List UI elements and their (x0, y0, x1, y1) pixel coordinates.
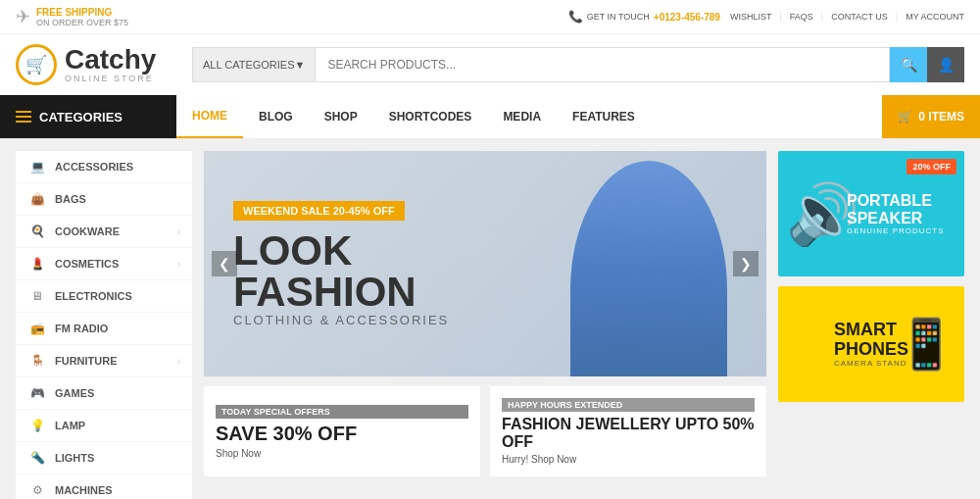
sidebar-label: MACHINES (55, 484, 180, 496)
promo-link-1[interactable]: Shop Now (216, 448, 468, 459)
sidebar-label: COOKWARE (55, 225, 177, 237)
cart-logo-icon: 🛒 (25, 54, 47, 75)
faqs-link[interactable]: FAQS (790, 12, 813, 22)
cart-icon: 🛒 (898, 110, 912, 124)
sidebar-label: FURNITURE (55, 355, 177, 367)
sidebar: 💻 ACCESSORIES 👜 BAGS 🍳 COOKWARE › 💄 COSM… (16, 151, 192, 499)
sidebar-label: BAGS (55, 193, 180, 205)
arrow-icon: › (177, 259, 180, 270)
logo-search-bar: 🛒 Catchy ONLINE STORE ALL CATEGORIES▼ 🔍 … (0, 34, 980, 95)
sidebar-label: COSMETICS (55, 258, 177, 270)
promo-banners: TODAY SPECIAL OFFERS SAVE 30% OFF Shop N… (204, 386, 766, 476)
bags-icon: 👜 (27, 191, 47, 207)
top-right: 📞 GET IN TOUCH +0123-456-789 WISHLIST | … (568, 10, 964, 24)
phone-banner-title: Smart PHONES (834, 321, 908, 360)
sidebar-item-bags[interactable]: 👜 BAGS (16, 183, 192, 216)
machines-icon: ⚙ (27, 482, 47, 498)
top-bar: ✈ FREE SHIPPING ON ORDER OVER $75 📞 GET … (0, 0, 980, 34)
sidebar-label: FM RADIO (55, 323, 180, 334)
nav-home[interactable]: HOME (176, 95, 243, 138)
sidebar-item-accessories[interactable]: 💻 ACCESSORIES (16, 151, 192, 183)
contact-link[interactable]: CONTACT US (831, 12, 888, 22)
slider-title-line1: LOOK (233, 227, 352, 274)
speaker-badge: 20% OFF (906, 159, 956, 175)
slider-subtitle: CLOTHING & ACCESSORIES (233, 313, 449, 327)
promo-title-1: SAVE 30% OFF (216, 423, 468, 444)
sidebar-label: ELECTRONICS (55, 290, 180, 302)
contact-info: 📞 GET IN TOUCH +0123-456-789 (568, 10, 720, 24)
center-column: WEEKEND SALE 20-45% OFF LOOK FASHION CLO… (204, 151, 766, 499)
sidebar-item-lights[interactable]: 🔦 LIGHTS (16, 442, 192, 474)
categories-button[interactable]: CATEGORIES (0, 95, 176, 138)
plane-icon: ✈ (16, 6, 30, 27)
sidebar-item-electronics[interactable]: 🖥 ELECTRONICS (16, 280, 192, 313)
account-link[interactable]: MY ACCOUNT (906, 12, 964, 22)
slider-prev-button[interactable]: ❮ (212, 251, 237, 276)
sidebar-item-fm-radio[interactable]: 📻 FM RADIO (16, 313, 192, 345)
user-button[interactable]: 👤 (927, 47, 964, 82)
shipping-info: ✈ FREE SHIPPING ON ORDER OVER $75 (16, 6, 128, 27)
promo-card-1: TODAY SPECIAL OFFERS SAVE 30% OFF Shop N… (204, 386, 480, 476)
sidebar-label: LAMP (55, 420, 180, 431)
nav-shop[interactable]: SHOP (309, 96, 373, 137)
logo-sub: ONLINE STORE (65, 74, 156, 83)
search-bar: ALL CATEGORIES▼ 🔍 👤 (192, 47, 964, 82)
nav-media[interactable]: MEDIA (487, 96, 557, 137)
sidebar-item-games[interactable]: 🎮 GAMES (16, 377, 192, 410)
sidebar-item-lamp[interactable]: 💡 LAMP (16, 410, 192, 442)
slider-title-line2: FASHION (233, 269, 416, 315)
sidebar-item-cosmetics[interactable]: 💄 COSMETICS › (16, 248, 192, 280)
phone-icon: 📞 (568, 10, 583, 24)
sidebar-item-furniture[interactable]: 🪑 FURNITURE › (16, 345, 192, 377)
accessories-icon: 💻 (27, 159, 47, 175)
nav-blog[interactable]: BLOG (243, 96, 309, 137)
slider-tag: WEEKEND SALE 20-45% OFF (233, 201, 405, 221)
slider-next-button[interactable]: ❯ (733, 251, 759, 276)
categories-label: CATEGORIES (39, 110, 122, 125)
phone-banner-sub: CAMERA STAND (834, 359, 908, 368)
cookware-icon: 🍳 (27, 224, 47, 239)
search-input[interactable] (315, 47, 890, 82)
main-content: 💻 ACCESSORIES 👜 BAGS 🍳 COOKWARE › 💄 COSM… (0, 139, 980, 499)
promo-link-2[interactable]: Hurry! Shop Now (502, 454, 755, 465)
contact-phone: +0123-456-789 (654, 12, 720, 23)
sidebar-label: LIGHTS (55, 452, 180, 464)
furniture-icon: 🪑 (27, 353, 47, 369)
top-links: WISHLIST | FAQS | CONTACT US | MY ACCOUN… (730, 12, 964, 22)
lamp-icon: 💡 (27, 418, 47, 433)
banner-speaker: 20% OFF 🔊 PORTABLE SPEAKER GENUINE PRODU… (778, 151, 964, 276)
logo: 🛒 Catchy ONLINE STORE (16, 44, 172, 85)
sidebar-label: GAMES (55, 387, 180, 399)
speaker-banner-title: PORTABLE SPEAKER (847, 192, 955, 226)
games-icon: 🎮 (27, 385, 47, 401)
hamburger-icon (16, 111, 31, 123)
sidebar-label: ACCESSORIES (55, 161, 180, 173)
promo-tag-2: HAPPY HOURS EXTENDED (502, 398, 755, 412)
logo-icon: 🛒 (16, 44, 57, 85)
promo-title-2: FASHION JEWELLERY UPTO 50% OFF (502, 416, 755, 450)
arrow-icon: › (177, 356, 180, 367)
speaker-banner-content: PORTABLE SPEAKER GENUINE PRODUCTS (847, 192, 955, 235)
search-button[interactable]: 🔍 (890, 47, 927, 82)
category-dropdown[interactable]: ALL CATEGORIES▼ (192, 47, 315, 82)
right-column: 20% OFF 🔊 PORTABLE SPEAKER GENUINE PRODU… (778, 151, 964, 499)
fmradio-icon: 📻 (27, 321, 47, 336)
sidebar-item-machines[interactable]: ⚙ MACHINES (16, 474, 192, 499)
contact-label: GET IN TOUCH (587, 12, 650, 22)
cart-label: 0 ITEMS (918, 110, 964, 124)
cart-button[interactable]: 🛒 0 ITEMS (882, 95, 980, 138)
nav-links: HOME BLOG SHOP SHORTCODES MEDIA FEATURES (176, 95, 651, 138)
sidebar-item-cookware[interactable]: 🍳 COOKWARE › (16, 216, 192, 248)
promo-card-2: HAPPY HOURS EXTENDED FASHION JEWELLERY U… (490, 386, 766, 476)
arrow-icon: › (177, 226, 180, 237)
nav-shortcodes[interactable]: SHORTCODES (373, 96, 488, 137)
promo-tag-1: TODAY SPECIAL OFFERS (216, 405, 468, 419)
slider-title: LOOK FASHION (233, 230, 449, 313)
nav-bar: CATEGORIES HOME BLOG SHOP SHORTCODES MED… (0, 95, 980, 139)
phone-banner-content: Smart PHONES CAMERA STAND (834, 321, 908, 369)
category-label: ALL CATEGORIES▼ (203, 59, 305, 71)
cosmetics-icon: 💄 (27, 256, 47, 272)
slider-text: WEEKEND SALE 20-45% OFF LOOK FASHION CLO… (233, 201, 449, 327)
wishlist-link[interactable]: WISHLIST (730, 12, 772, 22)
nav-features[interactable]: FEATURES (557, 96, 651, 137)
